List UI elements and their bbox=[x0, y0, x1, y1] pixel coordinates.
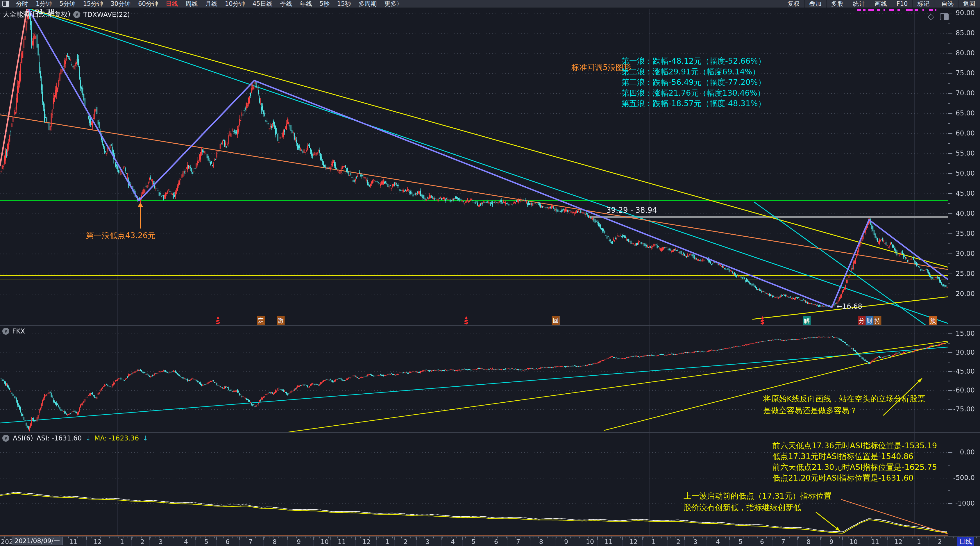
month-label-5: 5 bbox=[738, 538, 743, 545]
period-menu-item-15秒[interactable]: 15秒 bbox=[333, 0, 355, 8]
toolbar-item-统计[interactable]: 统计 bbox=[848, 0, 870, 8]
toolbar-item-F10[interactable]: F10 bbox=[892, 0, 913, 8]
period-menu-item-更多〉[interactable]: 更多〉 bbox=[381, 0, 407, 8]
fkx-note-line: 是做空容易还是做多容易？ bbox=[763, 405, 925, 416]
period-menu-item-季线[interactable]: 季线 bbox=[276, 0, 296, 8]
split-window-icon[interactable] bbox=[940, 13, 948, 20]
fkx-indicator-label[interactable]: FKX bbox=[12, 327, 25, 335]
axis-tick-label: 55.00 bbox=[948, 150, 975, 157]
period-menu-item-30分钟[interactable]: 30分钟 bbox=[107, 0, 134, 8]
axis-tick-label: 35.00 bbox=[948, 230, 975, 237]
price-range-label: 39.29 - 38.94 bbox=[606, 206, 657, 215]
month-label-2: 2 bbox=[938, 538, 942, 545]
period-menu-item-日线[interactable]: 日线 bbox=[162, 0, 181, 8]
month-label-2: 2 bbox=[404, 538, 408, 545]
wave1-low-label: 第一浪低点43.26元 bbox=[86, 230, 156, 241]
month-label-9: 9 bbox=[297, 538, 301, 545]
axis-tick-label: 85.00 bbox=[948, 29, 975, 37]
event-badge-分[interactable]: 分 bbox=[858, 316, 866, 325]
period-menu-item-45日线[interactable]: 45日线 bbox=[249, 0, 277, 8]
event-badge-激[interactable]: 激 bbox=[277, 316, 285, 325]
asi-panel-header: ∨ ASI(6) ASI: -1631.60 ↓ MA: -1623.36 ↓ bbox=[2, 435, 148, 442]
month-label-4: 4 bbox=[184, 538, 188, 545]
toolbar-item-画线[interactable]: 画线 bbox=[870, 0, 892, 8]
toolbar-item-复权[interactable]: 复权 bbox=[783, 0, 805, 8]
event-badge-财[interactable]: 财 bbox=[866, 316, 873, 325]
chart-title-row: 大全能源(日线.前复权) ∨ TDXWAVE(22) bbox=[3, 10, 130, 19]
magenta-dash bbox=[883, 9, 885, 11]
period-menu-item-10分钟[interactable]: 10分钟 bbox=[221, 0, 249, 8]
chevron-down-icon[interactable]: ∨ bbox=[73, 11, 80, 18]
asi-value: ASI: -1631.60 bbox=[37, 435, 82, 442]
dollar-label: $ bbox=[216, 318, 220, 325]
tdx-app-window: 分时1分钟5分钟15分钟30分钟60分钟日线周线月线10分钟45日线季线年线5秒… bbox=[0, 0, 980, 546]
axis-tick-label: 70.00 bbox=[948, 89, 975, 97]
toolbar-item--自选[interactable]: -自选 bbox=[934, 0, 958, 8]
toolbar-item-多股[interactable]: 多股 bbox=[826, 0, 848, 8]
fkx-note-line: 将原始K线反向画线，站在空头的立场分析股票 bbox=[763, 393, 925, 405]
wave-info-line: 第二浪：涨幅29.91元（幅度69.14%） bbox=[621, 67, 766, 77]
period-menu-item-月线[interactable]: 月线 bbox=[201, 0, 221, 8]
asi-note-block: 前六天低点17.36元时ASI指标位置是-1535.19低点17.31元时ASI… bbox=[773, 440, 937, 483]
month-label-10: 10 bbox=[321, 538, 329, 545]
peak-price-label: 91.38 bbox=[35, 8, 55, 16]
magenta-dash bbox=[869, 9, 874, 11]
month-label-9: 9 bbox=[564, 538, 568, 545]
month-label-12: 12 bbox=[94, 538, 102, 545]
axis-tick-label: 65.00 bbox=[948, 109, 975, 117]
dollar-marker[interactable]: ▲$ bbox=[464, 315, 468, 324]
event-badge-回[interactable]: 回 bbox=[552, 316, 560, 325]
up-arrow-icon bbox=[140, 207, 141, 229]
axis-tick-label: -15.00 bbox=[948, 330, 975, 337]
toolbar-item-叠加[interactable]: 叠加 bbox=[805, 0, 826, 8]
period-menu-item-多周期[interactable]: 多周期 bbox=[355, 0, 381, 8]
event-badge-解[interactable]: 解 bbox=[803, 316, 811, 325]
wave3-low-label: ←16.68 bbox=[837, 302, 862, 310]
toolbar-item-标记[interactable]: 标记 bbox=[912, 0, 934, 8]
wave-info-line: 第一浪：跌幅-48.12元（幅度-52.66%） bbox=[621, 56, 766, 67]
window-icon[interactable] bbox=[2, 1, 9, 7]
magenta-dash bbox=[906, 9, 913, 11]
event-badge-定[interactable]: 定 bbox=[257, 316, 265, 325]
dollar-label: $ bbox=[760, 318, 764, 325]
event-badge-持[interactable]: 持 bbox=[873, 316, 881, 325]
month-label-8: 8 bbox=[807, 538, 811, 545]
magenta-dash bbox=[877, 9, 880, 11]
down-arrow-icon: ↓ bbox=[85, 435, 91, 442]
period-menu-item-1分钟[interactable]: 1分钟 bbox=[32, 0, 56, 8]
period-menu-item-5秒[interactable]: 5秒 bbox=[316, 0, 333, 8]
chevron-down-icon[interactable]: ∨ bbox=[2, 328, 9, 334]
axis-tick-label: 90.00 bbox=[948, 9, 975, 17]
diamond-icon[interactable]: ◇ bbox=[928, 12, 934, 21]
month-label-7: 7 bbox=[516, 538, 520, 545]
chevron-down-icon[interactable]: ∨ bbox=[2, 435, 9, 442]
month-label-4: 4 bbox=[451, 538, 455, 545]
month-label-7: 7 bbox=[781, 538, 785, 545]
month-label-2: 2 bbox=[140, 538, 145, 545]
period-menu-item-周线[interactable]: 周线 bbox=[181, 0, 201, 8]
indicator-name[interactable]: TDXWAVE(22) bbox=[83, 11, 130, 18]
period-menu-item-年线[interactable]: 年线 bbox=[296, 0, 316, 8]
period-menu-item-分时[interactable]: 分时 bbox=[12, 0, 32, 8]
period-menu-item-60分钟[interactable]: 60分钟 bbox=[134, 0, 162, 8]
wave-info-line: 第四浪：涨幅21.76元（幅度130.46%） bbox=[621, 88, 766, 99]
event-badge-预[interactable]: 预 bbox=[929, 316, 937, 325]
month-label-1: 1 bbox=[385, 538, 390, 545]
period-indicator[interactable]: 日线 bbox=[957, 537, 974, 546]
axis-tick-label: 40.00 bbox=[948, 210, 975, 217]
asi-indicator-label[interactable]: ASI(6) bbox=[13, 435, 33, 442]
month-label-9: 9 bbox=[829, 538, 834, 545]
asi-ma-value: MA: -1623.36 bbox=[94, 435, 139, 442]
dollar-marker[interactable]: ▲$ bbox=[216, 315, 220, 324]
period-menu-item-15分钟[interactable]: 15分钟 bbox=[80, 0, 107, 8]
month-label-1: 1 bbox=[120, 538, 124, 545]
month-label-10: 10 bbox=[850, 538, 858, 545]
axis-tick-label: 0.00 bbox=[948, 448, 975, 456]
toolbar-item-返回[interactable]: 返回 bbox=[958, 0, 980, 8]
dollar-marker[interactable]: ▲$ bbox=[760, 315, 764, 324]
period-menu-item-5分钟[interactable]: 5分钟 bbox=[56, 0, 79, 8]
month-label-3: 3 bbox=[159, 538, 163, 545]
period-menubar: 分时1分钟5分钟15分钟30分钟60分钟日线周线月线10分钟45日线季线年线5秒… bbox=[0, 0, 980, 8]
asi-note-line: 低点17.31元时ASI指标位置是-1540.86 bbox=[773, 451, 937, 462]
asi-note2-line: 上一波启动前的低点（17.31元）指标位置 bbox=[684, 490, 832, 502]
